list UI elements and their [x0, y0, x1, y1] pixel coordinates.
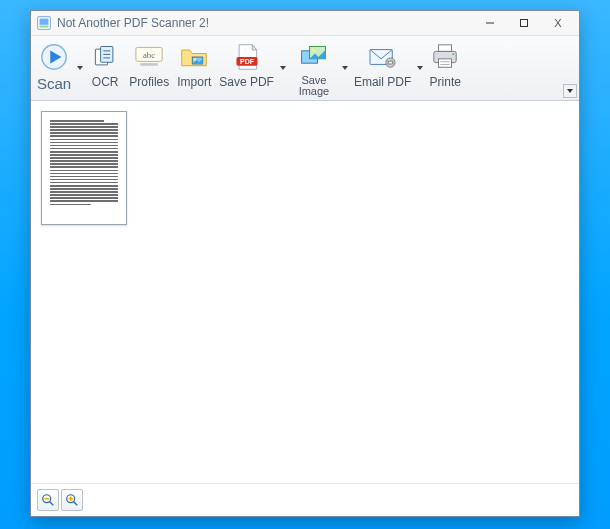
window-title: Not Another PDF Scanner 2! — [57, 16, 209, 30]
ocr-button[interactable]: OCR — [85, 39, 125, 97]
svg-rect-2 — [40, 26, 49, 28]
save-pdf-dropdown[interactable] — [278, 40, 288, 96]
svg-rect-29 — [439, 45, 452, 52]
abc-icon: abc — [133, 41, 165, 73]
email-pdf-dropdown[interactable] — [415, 40, 425, 96]
email-pdf-button[interactable]: Email PDF — [350, 39, 415, 97]
scan-button[interactable]: Scan — [33, 39, 75, 97]
app-window: Not Another PDF Scanner 2! X Scan — [30, 10, 580, 517]
printer-icon — [429, 41, 461, 73]
page-text-preview — [50, 120, 118, 205]
scan-dropdown[interactable] — [75, 40, 85, 96]
save-pdf-button[interactable]: PDF Save PDF — [215, 39, 278, 97]
svg-rect-31 — [439, 59, 452, 67]
envelope-icon — [367, 41, 399, 73]
svg-text:PDF: PDF — [240, 58, 255, 65]
zoom-in-button[interactable] — [61, 489, 83, 511]
titlebar: Not Another PDF Scanner 2! X — [31, 11, 579, 36]
toolbar-overflow-button[interactable] — [563, 84, 577, 98]
import-label: Import — [177, 75, 211, 89]
toolbar: Scan OCR — [31, 36, 579, 101]
page-thumbnail[interactable] — [41, 111, 127, 225]
images-icon — [298, 41, 330, 73]
maximize-button[interactable] — [507, 12, 541, 34]
thumbnail-panel[interactable] — [31, 101, 579, 483]
email-pdf-label: Email PDF — [354, 75, 411, 89]
svg-text:abc: abc — [143, 50, 155, 60]
svg-rect-15 — [140, 63, 158, 66]
printer-button[interactable]: Printe — [425, 39, 465, 97]
svg-rect-1 — [40, 19, 49, 25]
svg-line-37 — [50, 502, 54, 506]
ocr-label: OCR — [92, 75, 119, 89]
svg-point-23 — [312, 49, 316, 53]
svg-rect-4 — [521, 20, 528, 27]
profiles-label: Profiles — [129, 75, 169, 89]
content-area — [31, 101, 579, 516]
svg-marker-20 — [280, 66, 286, 70]
save-pdf-label: Save PDF — [219, 75, 274, 89]
minimize-button[interactable] — [473, 12, 507, 34]
play-icon — [38, 41, 70, 73]
footer — [31, 483, 579, 516]
svg-marker-24 — [342, 66, 348, 70]
svg-marker-28 — [417, 66, 423, 70]
save-image-dropdown[interactable] — [340, 40, 350, 96]
svg-rect-27 — [388, 61, 393, 64]
pdf-icon: PDF — [231, 41, 263, 73]
import-button[interactable]: Import — [173, 39, 215, 97]
save-image-label: Save Image — [299, 75, 330, 97]
save-image-button[interactable]: Save Image — [288, 39, 340, 97]
profiles-button[interactable]: abc Profiles — [125, 39, 173, 97]
folder-image-icon — [178, 41, 210, 73]
printer-label: Printe — [430, 75, 461, 89]
svg-marker-7 — [77, 66, 83, 70]
desktop: Not Another PDF Scanner 2! X Scan — [0, 0, 610, 529]
scan-label: Scan — [37, 75, 71, 92]
app-icon — [37, 16, 51, 30]
svg-point-32 — [453, 53, 455, 55]
documents-icon — [89, 41, 121, 73]
close-button[interactable]: X — [541, 12, 575, 34]
svg-marker-35 — [567, 89, 573, 93]
zoom-out-button[interactable] — [37, 489, 59, 511]
svg-line-40 — [74, 502, 78, 506]
